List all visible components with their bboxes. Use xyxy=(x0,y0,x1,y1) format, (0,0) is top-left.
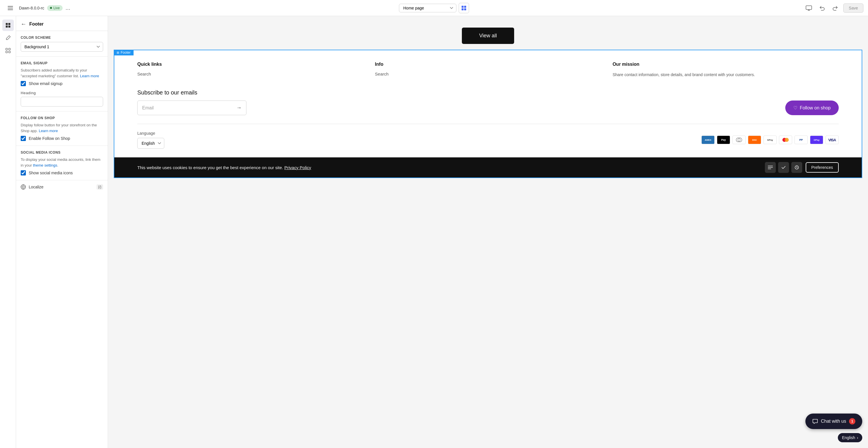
svg-rect-15 xyxy=(9,51,10,53)
cookie-bar: This website uses cookies to ensure you … xyxy=(114,157,862,178)
payment-apple: Pay xyxy=(717,135,730,144)
svg-rect-0 xyxy=(8,6,13,7)
svg-rect-11 xyxy=(8,26,10,28)
enable-follow-checkbox[interactable] xyxy=(21,136,26,141)
payment-icons: AMEX Pay DISC GPay PP OPay VISA xyxy=(702,135,839,144)
email-placeholder: Email xyxy=(142,105,154,110)
menu-icon[interactable] xyxy=(5,2,16,14)
page-selector[interactable]: Home page xyxy=(399,4,456,12)
info-title: Info xyxy=(375,62,601,67)
svg-rect-8 xyxy=(6,23,8,25)
email-input-container[interactable]: Email → xyxy=(137,100,246,115)
color-scheme-select[interactable]: Background 1 xyxy=(21,42,103,52)
localize-row[interactable]: Localize {/} xyxy=(16,180,108,194)
language-section: Language English xyxy=(137,131,164,149)
show-email-signup-checkbox[interactable] xyxy=(21,81,26,86)
redo-btn[interactable] xyxy=(830,3,840,13)
footer-main: Quick links Search Info Search Our missi… xyxy=(114,50,862,157)
language-label: Language xyxy=(137,131,164,135)
follow-on-shop-btn[interactable]: ♡ Follow on shop xyxy=(785,100,839,115)
payment-paypal: PP xyxy=(795,135,808,144)
footer-columns: Quick links Search Info Search Our missi… xyxy=(137,62,839,78)
show-social-row: Show social media icons xyxy=(21,170,103,175)
svg-rect-2 xyxy=(8,9,13,10)
cookie-icon-btn-3[interactable] xyxy=(791,162,802,173)
subscribe-section: Subscribe to our emails Email → ♡ Follow… xyxy=(137,89,839,115)
svg-rect-14 xyxy=(6,51,7,53)
info-search[interactable]: Search xyxy=(375,71,601,76)
mission-text: Share contact information, store details… xyxy=(613,71,839,78)
live-badge: Live xyxy=(47,5,63,11)
submit-arrow[interactable]: → xyxy=(237,105,242,111)
subscribe-title: Subscribe to our emails xyxy=(137,89,839,96)
save-button[interactable]: Save xyxy=(843,3,863,13)
grid-view-btn[interactable] xyxy=(459,3,469,13)
view-all-button[interactable]: View all xyxy=(462,28,514,44)
back-button[interactable]: ← xyxy=(21,21,26,27)
follow-on-shop-label: FOLLOW ON SHOP xyxy=(21,116,103,120)
heading-label: Heading xyxy=(21,91,103,95)
show-email-signup-row: Show email signup xyxy=(21,81,103,86)
color-scheme-label: Color scheme xyxy=(21,36,103,40)
show-email-signup-label: Show email signup xyxy=(29,81,63,86)
cookie-controls: Preferences xyxy=(765,162,839,173)
payment-diners xyxy=(733,135,746,144)
svg-rect-9 xyxy=(8,23,10,25)
social-media-desc: To display your social media accounts, l… xyxy=(21,157,103,168)
payment-visa: VISA xyxy=(826,135,839,144)
sidebar-icon-apps[interactable] xyxy=(2,45,14,56)
footer-col-info: Info Search xyxy=(375,62,601,78)
settings-panel: ← Footer Color scheme Background 1 EMAIL… xyxy=(16,16,108,448)
live-dot xyxy=(50,7,52,9)
localize-label: Localize xyxy=(29,185,43,189)
sidebar-icon-sections[interactable] xyxy=(2,20,14,31)
theme-settings-link[interactable]: theme settings xyxy=(33,163,57,167)
left-sidebar xyxy=(0,16,16,448)
cookie-icon-btn-2[interactable] xyxy=(778,162,789,173)
svg-rect-4 xyxy=(464,6,466,8)
subscribe-row: Email → ♡ Follow on shop xyxy=(137,100,839,115)
footer-divider xyxy=(137,124,839,124)
footer-tag: ⊞ Footer xyxy=(114,50,133,56)
preferences-button[interactable]: Preferences xyxy=(806,162,839,172)
more-options-btn[interactable]: ... xyxy=(65,5,70,11)
email-signup-learn-more[interactable]: Learn more xyxy=(80,74,99,78)
payment-amex: AMEX xyxy=(702,135,715,144)
quick-links-title: Quick links xyxy=(137,62,363,67)
localize-icon xyxy=(21,184,26,190)
topbar: Dawn-8.0.0-rc Live ... Home page xyxy=(0,0,868,16)
quick-links-search[interactable]: Search xyxy=(137,71,363,76)
view-all-area: View all xyxy=(108,16,868,50)
panel-title: Footer xyxy=(29,22,44,27)
svg-rect-5 xyxy=(462,8,464,10)
follow-btn-label: Follow on shop xyxy=(800,105,831,110)
follow-learn-more[interactable]: Learn more xyxy=(39,129,58,133)
social-media-section: SOCIAL MEDIA ICONS To display your socia… xyxy=(16,146,108,180)
live-label: Live xyxy=(54,6,60,10)
color-scheme-section: Color scheme Background 1 xyxy=(16,31,108,57)
privacy-link[interactable]: Privacy Policy xyxy=(284,165,311,170)
chat-label: Chat with us xyxy=(821,419,846,424)
chat-icon xyxy=(812,419,818,424)
heading-input[interactable]: Subscribe to our emails xyxy=(21,97,103,106)
english-pill[interactable]: English › xyxy=(838,433,862,442)
svg-rect-3 xyxy=(462,6,464,8)
follow-on-shop-section: FOLLOW ON SHOP Display follow button for… xyxy=(16,111,108,146)
undo-btn[interactable] xyxy=(817,3,827,13)
sidebar-icon-tools[interactable] xyxy=(2,32,14,44)
footer-section: ⊞ Footer Quick links Search Info Search … xyxy=(114,50,862,178)
english-label: English xyxy=(842,435,855,440)
chat-badge: 1 xyxy=(849,418,855,424)
desktop-view-btn[interactable] xyxy=(804,3,814,13)
app-name: Dawn-8.0.0-rc xyxy=(19,6,44,10)
panel-header: ← Footer xyxy=(16,16,108,31)
social-media-label: SOCIAL MEDIA ICONS xyxy=(21,151,103,155)
chat-button[interactable]: Chat with us 1 xyxy=(805,414,862,429)
show-social-label: Show social media icons xyxy=(29,170,73,175)
language-select[interactable]: English xyxy=(137,138,164,149)
cookie-icon-btn-1[interactable] xyxy=(765,162,776,173)
cookie-text: This website uses cookies to ensure you … xyxy=(137,165,311,170)
main-content: View all ⊞ Footer Quick links Search Inf… xyxy=(108,16,868,448)
footer-tag-label: Footer xyxy=(121,51,131,55)
show-social-checkbox[interactable] xyxy=(21,170,26,175)
